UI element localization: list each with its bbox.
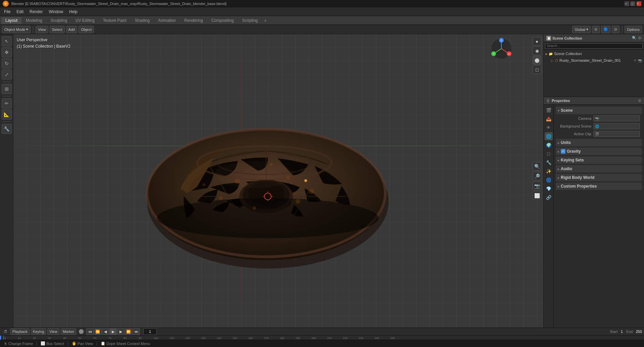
annotate-tool-button[interactable]: ✏ xyxy=(2,98,12,108)
tab-scripting[interactable]: Scripting xyxy=(238,17,262,24)
jump-start-button[interactable]: ⏮ xyxy=(86,328,94,335)
select-tool-button[interactable]: ↖ xyxy=(2,36,12,46)
3d-viewport[interactable]: User Perspective (1) Scene Collection | … xyxy=(13,34,543,328)
maximize-button[interactable]: □ xyxy=(631,1,635,6)
current-frame-display[interactable]: 1 xyxy=(143,328,157,335)
camera-view-button[interactable]: 📷 xyxy=(533,182,541,190)
props-options[interactable]: ⚙ xyxy=(638,99,641,103)
outliner-filter[interactable]: 🔍 xyxy=(632,36,637,40)
outliner-search-input[interactable] xyxy=(545,43,643,49)
visibility-icon[interactable]: 👁 xyxy=(634,59,637,62)
frame-indicator[interactable] xyxy=(79,329,84,334)
tab-uv-editing[interactable]: UV Editing xyxy=(71,17,99,24)
play-button[interactable]: ▶ xyxy=(109,328,117,335)
pan-view-btn[interactable]: 🖐 Pan View xyxy=(71,341,94,346)
svg-point-19 xyxy=(269,163,273,166)
camera-value[interactable]: 📷 xyxy=(593,115,640,121)
props-constraints-icon[interactable]: 🔗 xyxy=(545,193,553,201)
change-frame-btn[interactable]: 🖱 Change Frame xyxy=(3,342,34,346)
zoom-out-button[interactable]: 🔎 xyxy=(533,172,541,181)
navigation-gizmo[interactable]: Z X Y xyxy=(490,37,513,61)
props-output-icon[interactable]: 📤 xyxy=(545,115,553,123)
add-workspace-button[interactable]: + xyxy=(262,17,269,24)
close-button[interactable]: × xyxy=(637,1,641,6)
ruler-marks-container: 1 10 20 30 40 50 60 70 80 90 100 110 120… xyxy=(0,336,644,340)
gravity-checkbox[interactable] xyxy=(561,149,565,154)
menu-window[interactable]: Window xyxy=(46,9,66,15)
add-cube-button[interactable]: 🔧 xyxy=(2,124,12,134)
svg-text:50: 50 xyxy=(78,337,81,340)
units-section-header[interactable]: ▸ Units xyxy=(556,139,642,146)
context-menu-btn[interactable]: 📋 Dope Sheet Context Menu xyxy=(100,341,151,346)
transform-tool-button[interactable]: ⊞ xyxy=(2,84,12,94)
marker-menu[interactable]: Marker xyxy=(61,328,76,335)
options-dropdown[interactable]: Options xyxy=(625,26,642,33)
menu-help[interactable]: Help xyxy=(66,9,80,15)
props-viewlayer-icon[interactable]: 👁 xyxy=(545,123,553,132)
props-material-icon[interactable]: 💎 xyxy=(545,185,553,193)
props-object-icon[interactable]: ⬡ xyxy=(545,150,553,158)
props-physics-icon[interactable]: 🌀 xyxy=(545,176,553,184)
prev-keyframe-button[interactable]: ⏪ xyxy=(94,328,101,335)
viewport-shading-solid[interactable]: ⬤ xyxy=(533,56,541,64)
outliner-collection-item[interactable]: ▸ 📁 Scene Collection xyxy=(544,50,643,57)
transform-pivot[interactable]: ⊙ xyxy=(592,26,600,33)
menu-edit[interactable]: Edit xyxy=(14,9,26,15)
view-menu[interactable]: View xyxy=(36,26,48,33)
scene-section-header[interactable]: ▾ Scene xyxy=(556,107,642,114)
tab-shading[interactable]: Shading xyxy=(131,17,154,24)
frame-all-button[interactable]: ⬜ xyxy=(533,191,541,200)
tab-layout[interactable]: Layout xyxy=(1,17,21,24)
timeline-ruler[interactable]: 1 10 20 30 40 50 60 70 80 90 100 110 120… xyxy=(0,336,644,340)
next-frame-button[interactable]: ▶ xyxy=(117,328,125,335)
render-icon[interactable]: 📷 xyxy=(638,59,642,62)
custom-props-header[interactable]: ▸ Custom Properties xyxy=(556,183,642,190)
measure-tool-button[interactable]: 📐 xyxy=(2,109,12,119)
svg-text:130: 130 xyxy=(201,337,206,340)
proportional-edit[interactable]: ⊙ xyxy=(612,26,620,33)
viewport-shading-wireframe[interactable]: ◻ xyxy=(533,65,541,74)
menu-render[interactable]: Render xyxy=(27,9,45,15)
props-particles-icon[interactable]: ✨ xyxy=(545,167,553,175)
zoom-in-button[interactable]: 🔍 xyxy=(533,162,541,171)
viewport-shading-material[interactable]: ◉ xyxy=(533,46,541,55)
minimize-button[interactable]: − xyxy=(625,1,629,6)
outliner-mesh-item[interactable]: ▷ ⬡ Rusty_Stormwater_Street_Drain_001 👁 … xyxy=(544,57,643,64)
tab-rendering[interactable]: Rendering xyxy=(180,17,207,24)
rigid-body-header[interactable]: ▸ Rigid Body World xyxy=(556,174,642,181)
tab-compositing[interactable]: Compositing xyxy=(207,17,238,24)
props-scene-icon[interactable]: 🌐 xyxy=(545,132,553,140)
playback-menu[interactable]: Playback xyxy=(10,328,30,335)
jump-end-button[interactable]: ⏭ xyxy=(133,328,140,335)
props-modifier-icon[interactable]: 🔧 xyxy=(545,158,553,166)
props-world-icon[interactable]: 🌍 xyxy=(545,141,553,149)
prev-frame-button[interactable]: ◀ xyxy=(102,328,109,335)
menu-file[interactable]: File xyxy=(1,9,13,15)
tab-modeling[interactable]: Modeling xyxy=(22,17,46,24)
box-select-btn[interactable]: ⬜ Box Select xyxy=(40,341,65,346)
tab-texture-paint[interactable]: Texture Paint xyxy=(99,17,131,24)
tab-animation[interactable]: Animation xyxy=(154,17,180,24)
outliner-options[interactable]: ⚙ xyxy=(638,36,641,40)
select-menu[interactable]: Select xyxy=(50,26,65,33)
object-mode-dropdown[interactable]: Object Mode ▾ xyxy=(2,26,31,33)
rotate-tool-button[interactable]: ↻ xyxy=(2,58,12,68)
viewport-shading-rendered[interactable]: ● xyxy=(533,37,541,46)
move-tool-button[interactable]: ✥ xyxy=(2,47,12,57)
add-menu[interactable]: Add xyxy=(66,26,78,33)
transform-space-dropdown[interactable]: Global ▾ xyxy=(572,26,591,33)
audio-section-header[interactable]: ▸ Audio xyxy=(556,165,642,172)
active-clip-value[interactable]: 🎬 xyxy=(593,131,640,137)
svg-text:100: 100 xyxy=(154,337,158,340)
next-keyframe-button[interactable]: ⏩ xyxy=(125,328,132,335)
tab-sculpting[interactable]: Sculpting xyxy=(47,17,71,24)
snap-toggle[interactable]: 🔵 xyxy=(601,26,610,33)
keying-sets-header[interactable]: ▸ Keying Sets xyxy=(556,156,642,164)
background-scene-value[interactable]: 🌐 xyxy=(593,123,640,129)
gravity-section-header[interactable]: ▸ Gravity xyxy=(556,148,642,155)
object-menu[interactable]: Object xyxy=(79,26,94,33)
scale-tool-button[interactable]: ⤢ xyxy=(2,69,12,80)
props-render-icon[interactable]: 🎬 xyxy=(545,106,553,114)
view-menu-tl[interactable]: View xyxy=(47,328,59,335)
keying-menu[interactable]: Keying xyxy=(31,328,46,335)
